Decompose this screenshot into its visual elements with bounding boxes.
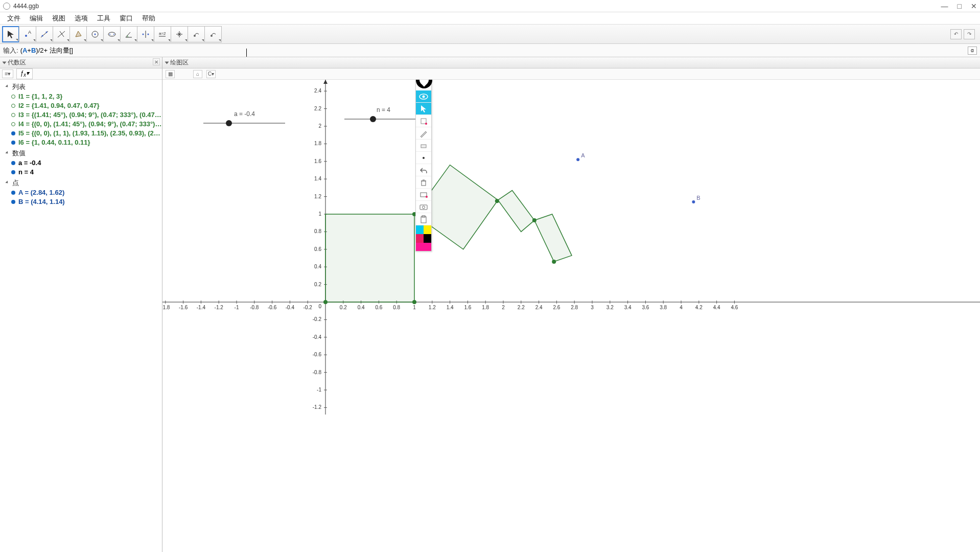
menu-options[interactable]: 选项 [71,13,92,24]
svg-point-132 [532,218,536,222]
input-symbol-picker[interactable]: α [968,47,977,55]
svg-point-4 [46,31,48,33]
svg-rect-158 [422,216,425,217]
svg-rect-146 [421,119,426,124]
menu-window[interactable]: 窗口 [115,13,137,24]
toolbar-redo[interactable]: ↷ [964,29,975,39]
svg-text:-0.6: -0.6 [268,305,277,310]
pen-head-icon[interactable] [416,80,432,88]
svg-text:2.2: 2.2 [314,106,321,111]
svg-text:-1: -1 [317,387,321,393]
stylus-color-pink[interactable] [416,243,431,251]
tree-item[interactable]: A = (2.84, 1.62) [5,188,162,197]
tree-item[interactable]: l5 = {(0, 0), (1, 1), (1.93, 1.15), (2.3… [5,129,162,138]
svg-rect-150 [422,181,426,186]
menu-view[interactable]: 视图 [48,13,69,24]
text-cursor [246,49,247,57]
algebra-sort[interactable]: ≡▾ [2,70,13,78]
graphics-grid[interactable]: ▦ [166,70,175,78]
svg-marker-22 [323,80,328,84]
stylus-delete[interactable] [416,176,431,189]
svg-text:-1.2: -1.2 [313,404,322,410]
stylus-pointer[interactable] [416,103,431,115]
svg-text:4.6: 4.6 [731,305,738,310]
svg-point-154 [426,196,428,198]
svg-point-136 [692,200,695,203]
algebra-fx[interactable]: ƒx▾ [16,68,33,79]
algebra-panel-header[interactable]: 代数区 ✕ [0,57,162,68]
algebra-tree: 列表l1 = {1, 1, 2, 3}l2 = {1.41, 0.94, 0.4… [0,80,162,552]
window-maximize[interactable]: □ [958,2,962,10]
tree-item[interactable]: B = (4.14, 1.14) [5,197,162,206]
tree-item[interactable]: l6 = {1, 0.44, 0.11, 0.11} [5,138,162,147]
tool-circle[interactable] [86,26,104,42]
tree-item[interactable]: l4 = {(0, 0), (1.41; 45°), (0.94; 9°), (… [5,120,162,129]
stylus-clipboard[interactable] [416,213,431,225]
tool-point[interactable]: A [19,26,36,42]
stylus-project[interactable] [416,189,431,201]
svg-point-142 [370,116,376,122]
graphics-canvas[interactable]: -1.8-1.6-1.4-1.2-1-0.8-0.6-0.4-0.20.20.4… [162,80,980,552]
menu-edit[interactable]: 编辑 [26,13,47,24]
svg-text:0.8: 0.8 [393,305,400,310]
tree-item[interactable]: l3 = {(1.41; 45°), (0.94; 9°), (0.47; 33… [5,110,162,120]
stylus-dot[interactable] [416,152,431,164]
menubar: 文件 编辑 视图 选项 工具 窗口 帮助 [0,12,980,25]
menu-help[interactable]: 帮助 [138,13,159,24]
tree-item[interactable]: l2 = {1.41, 0.94, 0.47, 0.47} [5,101,162,110]
svg-text:-1.4: -1.4 [197,305,206,310]
graphics-home[interactable]: ⌂ [193,70,202,78]
svg-rect-153 [421,193,427,197]
svg-text:0.8: 0.8 [314,228,321,234]
svg-text:-1.8: -1.8 [162,305,170,310]
tool-reflect[interactable] [137,26,154,42]
algebra-close[interactable]: ✕ [153,58,160,65]
graphics-panel-header[interactable]: 绘图区 [162,57,980,68]
stylus-colors[interactable] [416,225,431,243]
tool-conic[interactable] [103,26,121,42]
svg-point-133 [552,260,556,264]
svg-text:-0.4: -0.4 [286,305,295,310]
svg-text:1.6: 1.6 [314,158,321,164]
svg-marker-7 [76,31,81,37]
menu-file[interactable]: 文件 [3,13,25,24]
tree-item[interactable]: n = 4 [5,168,162,177]
toolbar-undo[interactable]: ↶ [950,29,962,39]
stylus-undo[interactable] [416,164,431,176]
svg-point-14 [143,33,144,35]
tree-section[interactable]: 列表 [5,82,162,92]
tool-perpendicular[interactable] [53,26,70,42]
svg-text:3.6: 3.6 [642,305,649,310]
stylus-erase[interactable] [416,140,431,152]
svg-point-149 [423,157,425,159]
window-close[interactable]: ✕ [971,2,977,10]
svg-text:2.2: 2.2 [518,305,525,310]
tool-text[interactable]: a=2 [154,26,171,42]
menu-tools[interactable]: 工具 [93,13,114,24]
stylus-visibility[interactable] [416,90,431,103]
tree-section[interactable]: 数值 [5,148,162,158]
tree-item[interactable]: l1 = {1, 1, 2, 3} [5,92,162,101]
svg-text:-1.2: -1.2 [215,305,224,310]
svg-point-131 [495,199,499,203]
svg-rect-148 [421,145,426,148]
graphics-refresh[interactable]: C▾ [206,70,216,78]
tool-slider[interactable] [171,26,188,42]
input-field[interactable]: (A+B)/2+ 法向量[] [20,46,968,55]
stylus-pen1[interactable] [416,115,431,127]
tree-item[interactable]: a = -0.4 [5,158,162,168]
stylus-camera[interactable] [416,201,431,213]
tool-movegraphics[interactable] [188,26,205,42]
tool-line[interactable] [36,26,53,42]
tool-angle[interactable] [120,26,137,42]
stylus-pen2[interactable] [416,127,431,140]
tree-section[interactable]: 点 [5,178,162,188]
svg-text:B: B [696,195,700,201]
tool-move[interactable] [2,26,19,42]
window-minimize[interactable]: — [941,2,948,10]
tool-polygon[interactable] [69,26,87,42]
tool-custom[interactable] [204,26,222,42]
svg-rect-155 [420,205,427,210]
svg-text:-0.8: -0.8 [250,305,259,310]
svg-point-156 [423,206,425,209]
